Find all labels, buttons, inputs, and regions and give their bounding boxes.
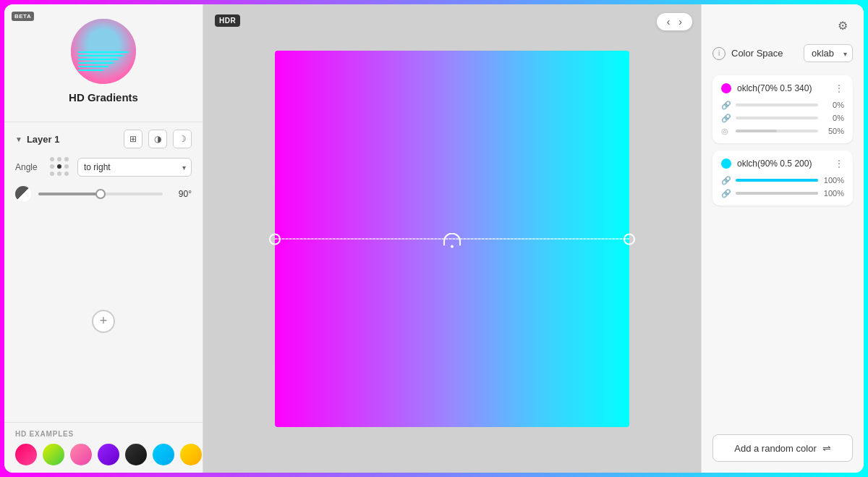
slider-icon [15, 186, 31, 202]
swatch-pink[interactable] [70, 444, 92, 465]
angle-slider-value: 90° [170, 189, 192, 199]
slider-track-2b[interactable] [736, 192, 818, 195]
angle-label: Angle [15, 162, 43, 172]
dot-4[interactable] [50, 164, 54, 169]
beta-badge: BETA [12, 12, 34, 21]
settings-area: ⚙ [712, 15, 853, 35]
hdr-badge: HDR [215, 14, 240, 27]
color-space-label: Color Space [731, 48, 798, 59]
dot-8[interactable] [57, 172, 61, 176]
settings-button[interactable]: ⚙ [833, 15, 853, 35]
more-icon-1[interactable]: ⋮ [834, 83, 844, 94]
half-circle-icon-btn[interactable]: ◑ [148, 130, 167, 148]
angle-slider-thumb[interactable] [95, 189, 106, 199]
gradient-midpoint[interactable] [443, 232, 461, 245]
color-dot-1[interactable] [721, 83, 731, 93]
color-label-2: oklch(90% 0.5 200) [737, 159, 828, 169]
swatch-purple[interactable] [98, 444, 119, 465]
opacity-icon-1: ◎ [721, 126, 731, 136]
info-icon[interactable]: i [712, 47, 726, 60]
dot-6[interactable] [64, 164, 69, 169]
slider-row-1a: 🔗 0% [721, 100, 844, 110]
panel-spacer [712, 213, 853, 434]
gradient-handle-right[interactable] [624, 233, 635, 245]
add-random-label: Add a random color [734, 443, 816, 454]
layer-title-left: ▼ Layer 1 [15, 134, 59, 145]
dot-9[interactable] [64, 172, 69, 176]
slider-fill-1c [736, 130, 777, 132]
moon-icon-btn[interactable]: ☽ [173, 130, 192, 148]
grid-icon-btn[interactable]: ⊞ [124, 130, 142, 148]
color-dot-2[interactable] [721, 159, 731, 169]
slider-value-2b: 100% [822, 189, 844, 198]
slider-row-2a: 🔗 100% [721, 175, 844, 185]
slider-track-1c[interactable] [736, 130, 818, 132]
layer-icons: ⊞ ◑ ☽ [124, 130, 192, 148]
swatch-yellow-green[interactable] [43, 444, 64, 465]
main-canvas: HDR ‹ › [203, 4, 701, 473]
logo-area: BETA HD Gradients [4, 4, 203, 122]
swatch-black[interactable] [125, 444, 147, 465]
angle-select[interactable]: to right to left to top to bottom [77, 158, 192, 177]
angle-slider-track[interactable] [38, 193, 163, 195]
layer-section: ▼ Layer 1 ⊞ ◑ ☽ Angle [4, 122, 203, 220]
next-btn[interactable]: › [676, 16, 685, 28]
midpoint-dot [451, 245, 454, 248]
link-icon-3: 🔗 [721, 175, 731, 185]
angle-slider-row: 90° [15, 186, 192, 202]
color-space-select[interactable]: oklab oklch srgb hsl [804, 44, 853, 62]
dot-1[interactable] [50, 157, 54, 161]
slider-value-1b: 0% [822, 114, 844, 122]
collapse-arrow[interactable]: ▼ [15, 135, 22, 143]
link-icon-2: 🔗 [721, 113, 731, 123]
swatch-pink-red[interactable] [15, 444, 37, 465]
gradient-line [275, 238, 629, 239]
right-panel: ⚙ i Color Space oklab oklch srgb hsl okl… [701, 4, 864, 473]
color-stop-1-sliders: 🔗 0% 🔗 0% ◎ [721, 100, 844, 136]
swatch-yellow[interactable] [180, 444, 202, 465]
color-space-wrapper[interactable]: oklab oklch srgb hsl [804, 44, 853, 62]
shuffle-icon: ⇌ [822, 442, 831, 454]
midpoint-arc [443, 232, 461, 245]
canvas-nav: ‹ › [657, 13, 692, 30]
slider-row-2b: 🔗 100% [721, 188, 844, 198]
add-layer-button[interactable]: + [92, 310, 115, 333]
dots-grid[interactable] [50, 157, 70, 177]
dot-5-active[interactable] [57, 164, 61, 169]
swatch-cyan[interactable] [153, 444, 174, 465]
color-stop-2-sliders: 🔗 100% 🔗 100% [721, 175, 844, 198]
slider-track-1b[interactable] [736, 117, 818, 119]
slider-track-1a[interactable] [736, 104, 818, 106]
hd-examples-section: HD EXAMPLES [4, 422, 203, 473]
app-logo [71, 19, 136, 84]
angle-select-wrapper[interactable]: to right to left to top to bottom [77, 158, 192, 177]
color-stop-1-header: oklch(70% 0.5 340) ⋮ [721, 83, 844, 94]
slider-row-1c: ◎ 50% [721, 126, 844, 136]
add-random-button[interactable]: Add a random color ⇌ [712, 434, 853, 462]
dot-3[interactable] [64, 157, 69, 161]
app-title: HD Gradients [69, 91, 138, 104]
gradient-preview [275, 51, 629, 427]
link-icon-1: 🔗 [721, 100, 731, 110]
dot-7[interactable] [50, 172, 54, 176]
color-stop-2-header: oklch(90% 0.5 200) ⋮ [721, 158, 844, 169]
color-label-1: oklch(70% 0.5 340) [737, 83, 828, 93]
sidebar: BETA HD Gradients ▼ [4, 4, 203, 473]
hd-examples-label: HD EXAMPLES [15, 430, 192, 438]
layer-title: Layer 1 [27, 134, 60, 145]
slider-value-1a: 0% [822, 101, 844, 109]
prev-btn[interactable]: ‹ [664, 16, 673, 28]
link-icon-4: 🔗 [721, 188, 731, 198]
slider-value-2a: 100% [822, 176, 844, 185]
angle-slider-fill [38, 193, 101, 195]
slider-track-2a[interactable] [736, 179, 818, 182]
slider-row-1b: 🔗 0% [721, 113, 844, 123]
color-stop-2: oklch(90% 0.5 200) ⋮ 🔗 100% 🔗 100% [712, 151, 853, 206]
color-space-row: i Color Space oklab oklch srgb hsl [712, 44, 853, 62]
dot-2[interactable] [57, 157, 61, 161]
gradient-handle-left[interactable] [269, 233, 281, 245]
more-icon-2[interactable]: ⋮ [834, 158, 844, 169]
slider-fill-2a [736, 179, 818, 182]
color-stop-1: oklch(70% 0.5 340) ⋮ 🔗 0% 🔗 0% [712, 75, 853, 143]
slider-value-1c: 50% [822, 127, 844, 135]
